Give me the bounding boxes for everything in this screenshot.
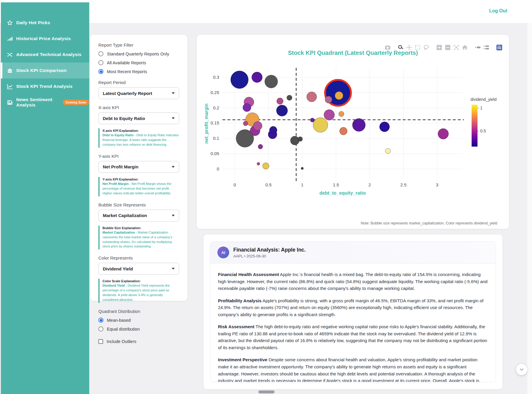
bubble[interactable] (270, 126, 277, 134)
x-tick-label: 2 (369, 182, 371, 187)
bubble[interactable] (265, 75, 278, 88)
x-axis-kpi-select[interactable]: Debt to Equity Ratio (98, 112, 179, 124)
bubble[interactable] (339, 111, 344, 116)
bubble[interactable] (236, 129, 254, 147)
bubble[interactable] (277, 98, 283, 104)
x-tick-label: 1.5 (333, 182, 339, 187)
bubble[interactable] (313, 118, 328, 132)
bubble[interactable] (287, 95, 292, 100)
bubble[interactable] (276, 105, 288, 116)
radio-report-type-most-recent-reports[interactable]: Most Recent Reports (98, 69, 179, 74)
bubble[interactable] (379, 122, 389, 132)
bubble[interactable] (438, 129, 449, 139)
sidebar-item-historical-price-analysis[interactable]: Historical Price Analysis (1, 31, 89, 47)
bubble[interactable] (301, 167, 303, 170)
line-chart-icon (7, 83, 13, 90)
coming-soon-badge: Coming Soon (63, 100, 89, 105)
y-tick-label: 0.25 (211, 90, 219, 95)
chart-title: Stock KPI Quadrant (Latest Quarterly Rep… (197, 50, 509, 56)
y-axis-kpi-value: Net Profit Margin (103, 164, 138, 169)
sidebar-item-daily-hot-picks[interactable]: Daily Hot Picks (1, 15, 89, 31)
bubble[interactable] (385, 148, 391, 154)
sidebar-item-news-sentiment-analysis[interactable]: News Sentiment AnalysisComing Soon (1, 94, 89, 110)
report-type-filter-label: Report Type Filter (98, 42, 179, 47)
chevron-down-icon (172, 92, 175, 94)
sidebar-nav: Daily Hot PicksHistorical Price Analysis… (1, 2, 89, 110)
scroll-down-button[interactable] (516, 364, 527, 375)
sidebar-item-label: Daily Hot Picks (16, 20, 50, 25)
x-tick-label: 2.5 (400, 182, 407, 187)
radio-unselected (98, 326, 103, 331)
radio-report-type-standard-quarterly-reports-only[interactable]: Standard Quarterly Reports Only (98, 51, 179, 56)
bubble[interactable] (231, 71, 248, 88)
chart-card: Stock KPI Quadrant (Latest Quarterly Rep… (197, 35, 509, 229)
bubble[interactable] (258, 144, 263, 149)
bubble[interactable] (298, 137, 303, 141)
horizontal-scrollbar-thumb[interactable] (258, 390, 275, 393)
colorbar-tick-label: 0.5 (480, 129, 486, 133)
bubble[interactable] (243, 104, 251, 112)
sidebar-item-advanced-technical-analysis[interactable]: Advanced Technical Analysis (1, 47, 89, 63)
bubble[interactable] (340, 127, 347, 135)
bubble[interactable] (324, 110, 335, 120)
y-axis-explanation: Y-axis KPI Explanation: Net Profit Margi… (98, 177, 179, 196)
bubble[interactable] (252, 72, 262, 83)
radio-label: Equal distribution (107, 327, 140, 331)
analysis-inner-card: AI Financial Analysis: Apple Inc. AAPL •… (210, 242, 496, 382)
y-tick-label: 0.05 (211, 151, 219, 156)
bubble[interactable] (253, 122, 262, 130)
bubble[interactable] (325, 96, 332, 103)
bubble[interactable] (310, 118, 314, 122)
shuffle-icon (7, 52, 13, 58)
star-icon (7, 20, 13, 26)
y-axis-kpi-select[interactable]: Net Profit Margin (98, 161, 179, 173)
analysis-card: AI Financial Analysis: Apple Inc. AAPL •… (204, 234, 503, 389)
analysis-paragraph: Investment Perspective Despite some conc… (218, 356, 488, 382)
bubble[interactable] (335, 91, 343, 100)
colorbar-title: dividend_yield (470, 97, 497, 102)
radio-label: Standard Quarterly Reports Only (107, 52, 169, 56)
x-axis-title: debt_to_equity_ratio (319, 191, 366, 196)
include-outliers-checkbox[interactable]: Include Outliers (98, 339, 179, 344)
report-period-select[interactable]: Latest Quarterly Report (98, 87, 179, 99)
report-period-value: Latest Quarterly Report (103, 91, 152, 96)
sidebar-item-stock-kpi-trend-analysis[interactable]: Stock KPI Trend Analysis (1, 78, 89, 94)
sidebar-item-label: Stock KPI Trend Analysis (16, 84, 72, 89)
bubble[interactable] (352, 119, 365, 132)
radio-selected (98, 318, 103, 323)
bubble[interactable] (243, 121, 248, 126)
radio-label: Most Recent Reports (107, 69, 147, 74)
analysis-title: Financial Analysis: Apple Inc. (233, 247, 306, 253)
quadrant-distribution-label: Quadrant Distribution (98, 309, 179, 314)
bubble[interactable] (290, 136, 299, 145)
color-represents-select[interactable]: Dividend Yield (98, 263, 179, 275)
radio-selected (98, 69, 103, 74)
radio-report-type-all-available-reports[interactable]: All Available Reports (98, 60, 179, 65)
report-period-label: Report Period (98, 80, 179, 85)
y-tick-label: 0.1 (213, 136, 219, 141)
radio-quadrant-equal-distribution[interactable]: Equal distribution (98, 326, 179, 331)
y-axis-title: net_profit_margin (204, 104, 209, 144)
radio-label: All Available Reports (107, 60, 146, 65)
sidebar-item-label: Historical Price Analysis (16, 36, 71, 41)
kpi-quadrant-chart[interactable]: 00.511.522.5300.050.10.150.20.250.3debt_… (197, 61, 509, 226)
bubble[interactable] (262, 163, 269, 169)
chevron-down-icon (172, 166, 175, 168)
analysis-paragraph: Financial Health Assessment Apple Inc.'s… (218, 271, 488, 292)
y-tick-label: 0 (217, 166, 219, 171)
briefcase-icon (7, 68, 13, 74)
radio-quadrant-mean-based[interactable]: Mean-based (98, 318, 179, 323)
sidebar-item-stock-kpi-comparison[interactable]: Stock KPI Comparison (1, 63, 89, 78)
radio-unselected (98, 60, 103, 65)
bubble[interactable] (257, 162, 260, 165)
chevron-down-icon (519, 367, 524, 372)
bubble[interactable] (307, 92, 317, 102)
colorbar (472, 105, 478, 147)
analysis-body: Financial Health Assessment Apple Inc.'s… (210, 263, 496, 382)
logout-link[interactable]: Log Out (489, 8, 507, 14)
radio-label: Mean-based (107, 318, 131, 323)
bubble-size-label: Bubble Size Represents (98, 202, 179, 207)
news-icon (7, 99, 13, 106)
x-tick-label: 3 (436, 182, 438, 187)
bubble-size-select[interactable]: Market Capitalization (98, 210, 179, 221)
